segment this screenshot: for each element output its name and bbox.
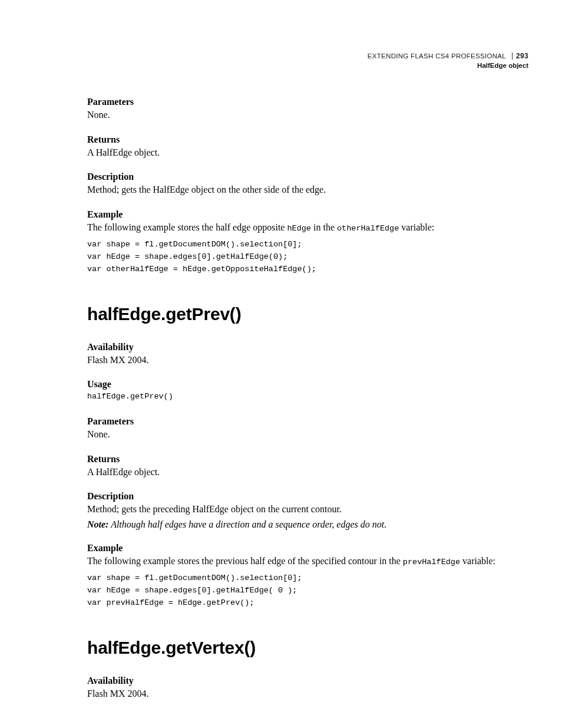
- example-intro-pre: The following example stores the half ed…: [87, 222, 287, 232]
- getPrev-parameters-label: Parameters: [87, 416, 528, 427]
- getPrev-parameters-body: None.: [87, 428, 528, 441]
- getPrev-parameters-section: Parameters None.: [87, 416, 528, 441]
- getVertex-availability-body: Flash MX 2004.: [87, 687, 528, 700]
- getPrev-availability-label: Availability: [87, 342, 528, 353]
- getPrev-note: Note: Although half edges have a directi…: [87, 519, 528, 530]
- returns-section: Returns A HalfEdge object.: [87, 134, 528, 159]
- description-section: Description Method; gets the HalfEdge ob…: [87, 172, 528, 196]
- getPrev-example-intro-post: variable:: [460, 556, 495, 566]
- returns-label: Returns: [87, 134, 528, 145]
- example-intro-mid: in the: [311, 222, 337, 232]
- inline-code-hEdge: hEdge: [287, 224, 311, 233]
- getPrev-example-label: Example: [87, 543, 528, 554]
- getPrev-returns-body: A HalfEdge object.: [87, 466, 528, 479]
- page: EXTENDING FLASH CS4 PROFESSIONAL 293 Hal…: [0, 0, 562, 728]
- getPrev-example-intro-pre: The following example stores the previou…: [87, 556, 403, 566]
- note-label: Note:: [87, 519, 108, 529]
- getPrev-example-code-block: var shape = fl.getDocumentDOM().selectio…: [87, 572, 528, 610]
- example-intro: The following example stores the half ed…: [87, 221, 528, 234]
- running-header-line1: EXTENDING FLASH CS4 PROFESSIONAL 293: [368, 52, 528, 61]
- description-body: Method; gets the HalfEdge object on the …: [87, 183, 528, 196]
- parameters-body: None.: [87, 108, 528, 121]
- inline-code-otherHalfEdge: otherHalfEdge: [337, 224, 399, 233]
- example-section: Example The following example stores the…: [87, 209, 528, 276]
- getPrev-returns-label: Returns: [87, 454, 528, 465]
- doc-title: EXTENDING FLASH CS4 PROFESSIONAL: [368, 52, 506, 60]
- getVertex-availability-label: Availability: [87, 676, 528, 686]
- running-header: EXTENDING FLASH CS4 PROFESSIONAL 293 Hal…: [368, 52, 528, 70]
- parameters-section: Parameters None.: [87, 97, 528, 121]
- getPrev-usage-label: Usage: [87, 379, 528, 390]
- api-heading-getVertex: halfEdge.getVertex(): [87, 638, 528, 658]
- getPrev-example-intro: The following example stores the previou…: [87, 555, 528, 568]
- getPrev-example-section: Example The following example stores the…: [87, 543, 528, 610]
- page-number-separator: [512, 52, 513, 60]
- inline-code-prevHalfEdge: prevHalfEdge: [403, 558, 460, 566]
- page-number: 293: [516, 52, 528, 60]
- getPrev-description-section: Description Method; gets the preceding H…: [87, 491, 528, 530]
- getPrev-availability-body: Flash MX 2004.: [87, 354, 528, 367]
- api-heading-getPrev: halfEdge.getPrev(): [87, 304, 528, 324]
- section-title: HalfEdge object: [368, 61, 528, 70]
- example-code-block: var shape = fl.getDocumentDOM().selectio…: [87, 239, 528, 276]
- getPrev-description-body: Method; gets the preceding HalfEdge obje…: [87, 503, 528, 516]
- getVertex-availability-section: Availability Flash MX 2004.: [87, 676, 528, 700]
- getPrev-usage-section: Usage halfEdge.getPrev(): [87, 379, 528, 403]
- getPrev-usage-code: halfEdge.getPrev(): [87, 391, 528, 403]
- example-label: Example: [87, 209, 528, 220]
- page-content: Parameters None. Returns A HalfEdge obje…: [87, 52, 528, 700]
- getPrev-returns-section: Returns A HalfEdge object.: [87, 454, 528, 479]
- parameters-label: Parameters: [87, 97, 528, 107]
- description-label: Description: [87, 172, 528, 182]
- note-body: Although half edges have a direction and…: [108, 519, 386, 529]
- getPrev-description-label: Description: [87, 491, 528, 502]
- getPrev-availability-section: Availability Flash MX 2004.: [87, 342, 528, 367]
- returns-body: A HalfEdge object.: [87, 146, 528, 159]
- example-intro-post: variable:: [399, 222, 434, 232]
